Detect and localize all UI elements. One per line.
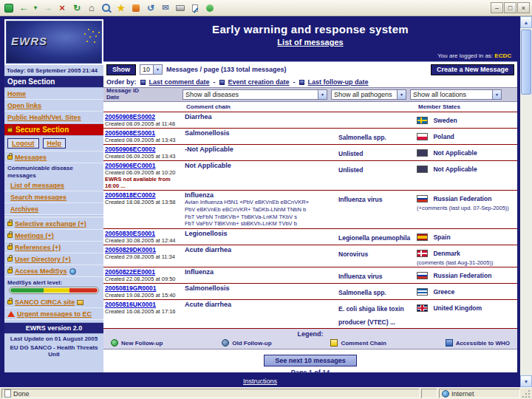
eu-stars-icon <box>88 29 89 30</box>
disease-name: Not Applicable <box>185 162 335 169</box>
sidebar: EWRS Today: 08 September 2005 21:44 Open… <box>4 19 103 372</box>
vertical-scrollbar[interactable] <box>520 16 532 387</box>
close-button[interactable]: × <box>517 2 530 13</box>
sidebar-item-public-health[interactable]: Public Health/Vet. Sites <box>4 112 103 123</box>
history-icon[interactable]: ↺ <box>144 1 157 15</box>
divider <box>4 216 103 217</box>
sidebar-item-sanco-circa[interactable]: SANCO CIRCA site <box>15 299 75 306</box>
created-date: Created 29.08.2005 at 11:34 <box>105 253 185 260</box>
internet-zone-icon <box>442 390 449 398</box>
home-icon[interactable]: ⌂ <box>85 1 98 15</box>
favorites-icon[interactable]: ★ <box>115 1 128 15</box>
message-id-link[interactable]: 20050906EC0001 <box>105 162 185 169</box>
sidebar-item-selective-exchange[interactable]: Selective exchange (+) <box>15 220 86 228</box>
table-row: 20050830ES0001 Created 30.08.2005 at 12:… <box>103 229 517 245</box>
refresh-icon[interactable]: ↻ <box>70 1 83 15</box>
message-id-link[interactable]: 20050906EC0002 <box>105 146 185 153</box>
pathogen-name: Influenza virus <box>338 196 383 203</box>
sidebar-item-references[interactable]: References (+) <box>15 244 61 251</box>
diseases-filter-select[interactable]: Show all diseases <box>183 89 327 100</box>
country-name: Greece <box>433 288 454 296</box>
disease-name: Influenza <box>185 268 335 276</box>
back-dropdown-icon[interactable]: ▾ <box>32 1 39 15</box>
country-name: Poland <box>433 133 454 140</box>
pathogens-filter-select[interactable]: Show all pathogens <box>331 89 406 100</box>
today-date: Today: 08 September 2005 21:44 <box>4 65 103 75</box>
message-id-link[interactable]: 20050822EE0001 <box>105 268 185 276</box>
order-event-creation[interactable]: Event creation date <box>228 78 290 86</box>
sidebar-item-meetings[interactable]: Meetings (+) <box>15 232 54 239</box>
mail-icon[interactable]: ✉ <box>159 1 172 15</box>
sidebar-item-open-links[interactable]: Open links <box>4 100 103 112</box>
country-cell: Spain <box>417 230 511 244</box>
disease-cell: Acute diarrhea <box>185 301 338 327</box>
country-note: (+comments (last upd. 07-Sep-2005)) <box>417 205 511 211</box>
resize-grip[interactable] <box>523 389 531 398</box>
who-access-icon <box>446 339 453 347</box>
minimize-button[interactable]: – <box>491 2 503 13</box>
search-icon[interactable] <box>100 1 113 15</box>
help-button[interactable]: Help <box>43 138 66 149</box>
instructions-link[interactable]: Instructions <box>243 378 277 385</box>
country-flag-icon <box>417 149 428 157</box>
country-flag-icon <box>417 117 428 124</box>
last-update-label: Last Update on 01 August 2005 <box>4 334 103 343</box>
create-message-button[interactable]: Create a New Message <box>431 64 514 75</box>
scroll-up-arrow[interactable] <box>520 16 532 28</box>
message-id-link[interactable]: 20050819GR0001 <box>105 284 185 292</box>
message-id-link[interactable]: 20050908ES0002 <box>105 113 185 120</box>
country-cell: Sweden <box>417 113 511 127</box>
country-flag-icon <box>417 233 428 241</box>
created-date: Created 06.09.2005 at 13:43 <box>105 153 185 160</box>
show-button[interactable]: Show <box>106 64 136 75</box>
maximize-button[interactable]: □ <box>504 2 516 13</box>
message-id-link[interactable]: 20050816UK0001 <box>105 301 185 308</box>
message-id-link[interactable]: 20050908ES0001 <box>105 129 185 137</box>
order-last-followup[interactable]: Last follow-up date <box>308 78 369 86</box>
sidebar-item-access-medisys[interactable]: Access MedISys <box>15 267 67 275</box>
back-icon[interactable]: ← <box>17 1 30 15</box>
print-icon[interactable] <box>174 1 187 15</box>
order-last-comment[interactable]: Last comment date <box>149 78 210 86</box>
media-icon[interactable] <box>129 1 143 15</box>
legend-item: Old Follow-up <box>222 339 271 347</box>
country-cell: Greece <box>417 284 511 299</box>
created-date: Created 18.08.2005 at 13:58 <box>105 199 185 205</box>
table-row: 20050906EC0002 Created 06.09.2005 at 13:… <box>103 145 517 161</box>
stop-icon[interactable]: × <box>55 1 69 15</box>
status-text: Done <box>13 390 30 398</box>
sidebar-item-archives[interactable]: Archives <box>4 203 103 215</box>
forward-icon[interactable]: → <box>41 1 54 15</box>
created-date: Created 16.08.2005 at 17:16 <box>105 308 185 315</box>
app-icon[interactable] <box>2 1 16 15</box>
country-name: Not Applicable <box>433 166 477 173</box>
sidebar-item-home[interactable]: Home <box>4 88 103 100</box>
locations-filter-select[interactable]: Show all locations <box>410 89 502 100</box>
messenger-icon[interactable] <box>203 1 216 15</box>
logout-button[interactable]: Logout <box>7 138 39 149</box>
pathogen-name: Salmonella spp. <box>338 289 386 296</box>
page-viewport: EWRS Today: 08 September 2005 21:44 Open… <box>0 16 520 387</box>
message-id-link[interactable]: 20050830ES0001 <box>105 230 185 237</box>
next-page-button[interactable]: See next 10 messages <box>264 355 357 366</box>
message-id-link[interactable]: 20050818EC0002 <box>105 191 185 199</box>
message-id-link[interactable]: 20050829DK0001 <box>105 246 185 253</box>
sidebar-item-urgent-messages[interactable]: Urgent messages to EC <box>17 310 92 318</box>
sidebar-item-messages[interactable]: Messages <box>15 154 47 161</box>
circa-icon <box>77 300 83 305</box>
globe-icon <box>69 268 76 275</box>
edit-icon[interactable] <box>188 1 202 15</box>
sidebar-item-search-messages[interactable]: Search messages <box>4 191 103 203</box>
country-name: Denmark <box>433 250 460 257</box>
country-cell: Denmark (comments (last Aug-31-2005)) <box>417 246 511 266</box>
scroll-down-arrow[interactable] <box>520 375 532 387</box>
scroll-thumb[interactable] <box>521 30 531 95</box>
country-cell: Not Applicable <box>417 146 511 160</box>
sidebar-item-user-directory[interactable]: User Directory (+) <box>15 256 71 263</box>
per-page-select[interactable]: 10 <box>140 64 163 75</box>
pathogen-name: Influenza virus <box>338 273 383 280</box>
table-row: 20050908ES0001 Created 08.09.2005 at 13:… <box>103 129 517 145</box>
logo-text: EWRS <box>11 35 47 47</box>
chevron-down-icon <box>153 65 162 74</box>
sidebar-item-list-of-messages[interactable]: List of messages <box>4 180 103 191</box>
